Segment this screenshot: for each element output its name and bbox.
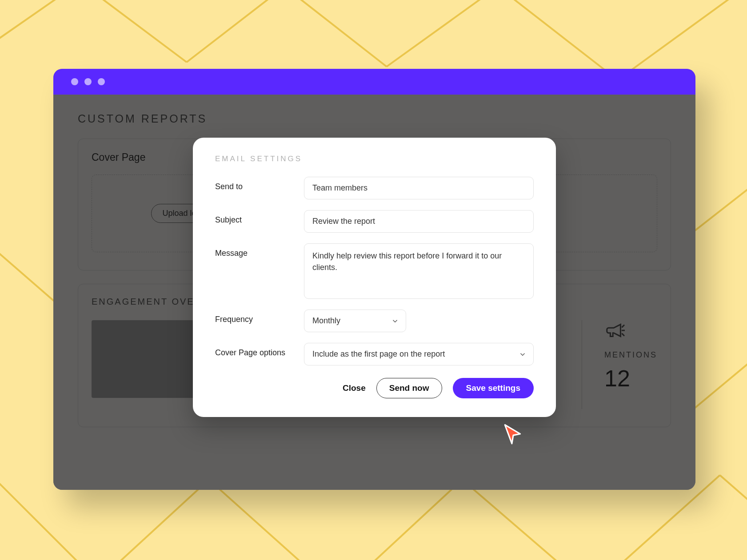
close-button[interactable]: Close	[343, 383, 366, 393]
window-dot	[71, 78, 78, 85]
email-settings-modal: EMAIL SETTINGS Send to Subject Message K…	[193, 138, 556, 417]
mentions-label: MENTIONS	[604, 350, 657, 360]
send-now-button[interactable]: Send now	[376, 378, 442, 398]
mentions-stat: MENTIONS 12	[582, 320, 657, 409]
modal-title: EMAIL SETTINGS	[215, 155, 534, 163]
send-to-label: Send to	[215, 177, 304, 191]
frequency-select[interactable]: Monthly	[304, 310, 406, 332]
message-label: Message	[215, 243, 304, 258]
chart-placeholder	[92, 320, 200, 398]
window-dot	[84, 78, 92, 85]
window-dot	[98, 78, 105, 85]
cover-page-options-select[interactable]: Include as the first page on the report	[304, 343, 534, 365]
window-titlebar	[53, 69, 695, 95]
mentions-count: 12	[604, 365, 657, 392]
subject-input[interactable]	[304, 210, 534, 233]
frequency-label: Frequency	[215, 310, 304, 324]
message-textarea[interactable]: Kindly help review this report before I …	[304, 243, 534, 299]
megaphone-icon	[604, 320, 625, 341]
save-settings-button[interactable]: Save settings	[453, 378, 534, 398]
subject-label: Subject	[215, 210, 304, 225]
send-to-input[interactable]	[304, 177, 534, 199]
page-title: CUSTOM REPORTS	[78, 112, 695, 125]
cover-page-options-label: Cover Page options	[215, 343, 304, 357]
